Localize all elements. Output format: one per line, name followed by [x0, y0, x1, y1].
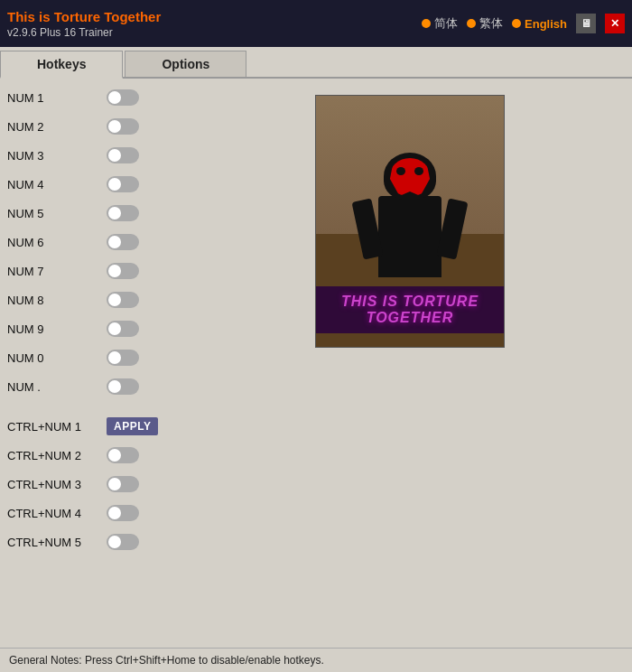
hotkeys-panel: NUM 1 NUM 2 NUM 3: [7, 86, 188, 640]
bottom-note-text: General Notes: Press Ctrl+Shift+Home to …: [9, 654, 324, 667]
hotkey-num6-label: NUM 6: [7, 236, 107, 249]
image-panel: THIS IS TORTURE TOGETHER: [195, 86, 625, 640]
hotkey-ctrlnum4-label: CTRL+NUM 4: [7, 507, 107, 520]
game-cover: THIS IS TORTURE TOGETHER: [315, 95, 505, 348]
toggle-ctrlnum2[interactable]: [107, 447, 139, 463]
hotkey-ctrlnum2-label: CTRL+NUM 2: [7, 449, 107, 462]
toggle-num7[interactable]: [107, 263, 139, 279]
lang-simplified-label: 简体: [434, 15, 458, 32]
cover-figure: [374, 153, 446, 279]
app-subtitle: v2.9.6 Plus 16 Trainer: [7, 26, 161, 39]
hotkey-ctrlnum4: CTRL+NUM 4: [7, 501, 188, 525]
toggle-thumb-ctrlnum2: [108, 449, 121, 462]
hotkey-num4: NUM 4: [7, 173, 188, 196]
hotkey-ctrlnum1: CTRL+NUM 1 APPLY: [7, 415, 188, 438]
main-container: Hotkeys Options NUM 1 NUM 2: [0, 47, 632, 672]
app-title: This is Torture Together: [7, 9, 161, 24]
hotkey-num1: NUM 1: [7, 86, 188, 109]
hotkey-num0-label: NUM 0: [7, 351, 107, 365]
toggle-num6[interactable]: [107, 234, 139, 250]
hotkey-num2: NUM 2: [7, 115, 188, 138]
hotkey-num0: NUM 0: [7, 346, 188, 369]
toggle-thumb-num6: [108, 236, 121, 248]
hotkey-num2-label: NUM 2: [7, 120, 107, 134]
monitor-button[interactable]: 🖥: [576, 14, 596, 33]
toggle-num2[interactable]: [107, 118, 139, 135]
hotkey-num8: NUM 8: [7, 288, 188, 312]
toggle-ctrlnum3[interactable]: [107, 476, 139, 492]
toggle-thumb-ctrlnum3: [108, 478, 121, 490]
hotkey-num8-label: NUM 8: [7, 294, 107, 307]
toggle-thumb-num0: [108, 351, 121, 364]
toggle-thumb-ctrlnum5: [108, 536, 121, 548]
hotkey-num1-label: NUM 1: [7, 91, 107, 105]
tab-header: Hotkeys Options: [0, 47, 632, 79]
toggle-num8[interactable]: [107, 292, 139, 308]
toggle-thumb-num4: [108, 178, 121, 191]
toggle-thumb-num8: [108, 294, 121, 306]
hotkey-ctrlnum3-label: CTRL+NUM 3: [7, 478, 107, 491]
hotkey-num6: NUM 6: [7, 230, 188, 254]
title-bar-right: 简体 繁体 English 🖥 ✕: [422, 14, 625, 33]
toggle-num1[interactable]: [107, 89, 139, 106]
toggle-ctrlnum4[interactable]: [107, 505, 139, 521]
cover-title-line2: TOGETHER: [320, 310, 500, 326]
toggle-thumb-num3: [108, 149, 121, 162]
bottom-note: General Notes: Press Ctrl+Shift+Home to …: [0, 648, 632, 672]
hotkey-num4-label: NUM 4: [7, 178, 107, 191]
lang-english[interactable]: English: [512, 17, 567, 31]
toggle-ctrlnum5[interactable]: [107, 534, 139, 550]
radio-simplified: [422, 19, 431, 28]
hotkey-separator: [7, 404, 188, 415]
toggle-num0[interactable]: [107, 350, 139, 366]
hotkey-ctrlnum5: CTRL+NUM 5: [7, 530, 188, 554]
toggle-thumb-num5: [108, 207, 121, 219]
hotkey-numdot-label: NUM .: [7, 380, 107, 394]
lang-traditional-label: 繁体: [479, 15, 503, 32]
cover-title-line1: THIS IS TORTURE: [320, 294, 500, 310]
hotkey-num7-label: NUM 7: [7, 265, 107, 278]
hotkey-num9-label: NUM 9: [7, 322, 107, 336]
hotkey-num7: NUM 7: [7, 259, 188, 283]
lang-simplified[interactable]: 简体: [422, 15, 458, 32]
hotkey-ctrlnum5-label: CTRL+NUM 5: [7, 536, 107, 549]
content-area: NUM 1 NUM 2 NUM 3: [0, 79, 632, 648]
cover-title: THIS IS TORTURE TOGETHER: [316, 286, 504, 333]
close-button[interactable]: ✕: [605, 14, 625, 33]
toggle-num3[interactable]: [107, 147, 139, 163]
lang-english-label: English: [525, 17, 567, 31]
radio-english: [512, 19, 521, 28]
hotkey-num5: NUM 5: [7, 201, 188, 225]
title-bar: This is Torture Together v2.9.6 Plus 16 …: [0, 0, 632, 47]
toggle-numdot[interactable]: [107, 378, 139, 395]
hotkey-numdot: NUM .: [7, 375, 188, 398]
hotkey-ctrlnum3: CTRL+NUM 3: [7, 472, 188, 496]
hotkey-num3: NUM 3: [7, 144, 188, 167]
toggle-thumb-num9: [108, 322, 121, 335]
apply-button[interactable]: APPLY: [107, 417, 158, 435]
hotkey-num3-label: NUM 3: [7, 149, 107, 163]
toggle-num4[interactable]: [107, 176, 139, 192]
hotkey-num9: NUM 9: [7, 317, 188, 341]
tab-options[interactable]: Options: [125, 51, 246, 77]
lang-traditional[interactable]: 繁体: [467, 15, 503, 32]
toggle-thumb-num2: [108, 120, 121, 133]
toggle-thumb-ctrlnum4: [108, 507, 121, 519]
hotkey-num5-label: NUM 5: [7, 207, 107, 220]
toggle-num9[interactable]: [107, 321, 139, 337]
hotkey-ctrlnum1-label: CTRL+NUM 1: [7, 420, 107, 434]
tab-hotkeys[interactable]: Hotkeys: [0, 51, 123, 79]
title-bar-left: This is Torture Together v2.9.6 Plus 16 …: [7, 9, 161, 39]
radio-traditional: [467, 19, 476, 28]
toggle-thumb-num7: [108, 265, 121, 277]
toggle-thumb-numdot: [108, 380, 121, 393]
toggle-thumb-num1: [108, 91, 121, 104]
hotkey-ctrlnum2: CTRL+NUM 2: [7, 443, 188, 467]
toggle-num5[interactable]: [107, 205, 139, 221]
